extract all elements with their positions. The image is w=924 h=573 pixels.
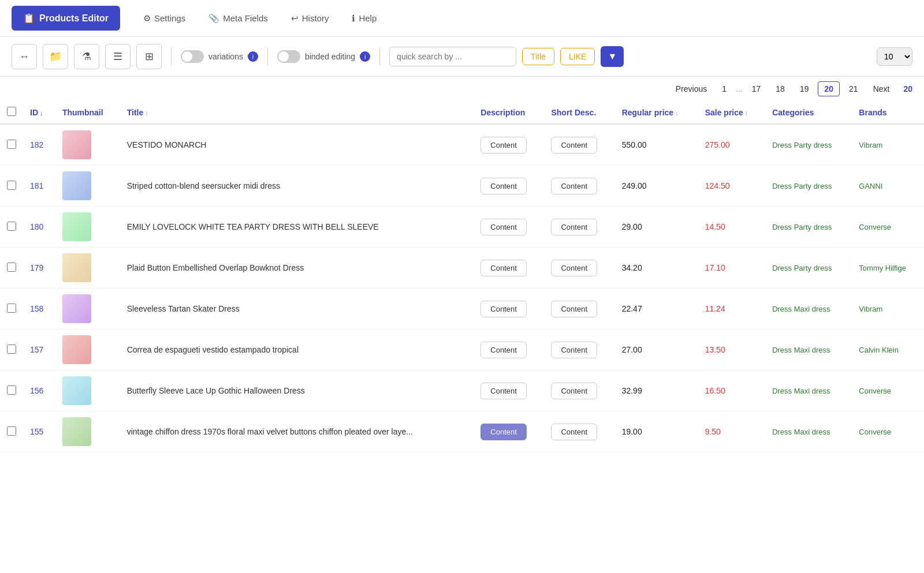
history-nav[interactable]: ↩ History (291, 13, 329, 24)
grid-button[interactable]: ⊞ (136, 44, 162, 69)
row-brand[interactable]: GANNI (852, 166, 924, 207)
row-title[interactable]: Plaid Button Embellished Overlap Bowknot… (120, 248, 474, 289)
select-all-header[interactable] (0, 101, 23, 124)
row-checkbox[interactable] (7, 385, 16, 395)
binded-editing-toggle[interactable] (277, 50, 300, 63)
help-nav[interactable]: ℹ Help (352, 13, 377, 24)
settings-nav[interactable]: ⚙ Settings (143, 13, 185, 24)
short-desc-content-button[interactable]: Content (551, 260, 597, 276)
row-checkbox[interactable] (7, 263, 16, 272)
col-sale-price[interactable]: Sale price (698, 101, 765, 124)
row-brand[interactable]: Vibram (852, 124, 924, 166)
row-id[interactable]: 181 (23, 166, 55, 207)
page-21[interactable]: 21 (843, 82, 864, 96)
variations-toggle[interactable] (181, 50, 204, 63)
row-checkbox[interactable] (7, 426, 16, 436)
row-title[interactable]: Correa de espagueti vestido estampado tr… (120, 329, 474, 370)
page-18[interactable]: 18 (770, 82, 791, 96)
col-regular-price[interactable]: Regular price (615, 101, 698, 124)
description-content-button[interactable]: Content (480, 178, 527, 194)
page-1[interactable]: 1 (716, 82, 732, 96)
row-short-desc[interactable]: Content (544, 329, 614, 370)
filter-icon-button[interactable]: ⚗ (74, 44, 99, 69)
col-title[interactable]: Title (120, 101, 474, 124)
previous-button[interactable]: Previous (670, 82, 713, 96)
row-id[interactable]: 155 (23, 411, 55, 452)
row-description[interactable]: Content (474, 207, 544, 248)
row-id[interactable]: 158 (23, 289, 55, 329)
page-20[interactable]: 20 (818, 81, 840, 96)
description-content-button[interactable]: Content (480, 260, 527, 276)
variations-info-badge[interactable]: i (248, 51, 258, 62)
row-checkbox-cell[interactable] (0, 124, 23, 166)
page-19[interactable]: 19 (794, 82, 815, 96)
row-title[interactable]: vintage chiffon dress 1970s floral maxi … (120, 411, 474, 452)
row-title[interactable]: Butterfly Sleeve Lace Up Gothic Hallowee… (120, 370, 474, 411)
search-type-button[interactable]: Title (522, 48, 554, 65)
row-checkbox-cell[interactable] (0, 289, 23, 329)
col-id[interactable]: ID (23, 101, 55, 124)
row-checkbox-cell[interactable] (0, 207, 23, 248)
row-description[interactable]: Content (474, 289, 544, 329)
row-brand[interactable]: Converse (852, 370, 924, 411)
row-brand[interactable]: Converse (852, 411, 924, 452)
row-id[interactable]: 180 (23, 207, 55, 248)
list-button[interactable]: ☰ (105, 44, 131, 69)
row-categories[interactable]: Dress Maxi dress (765, 411, 852, 452)
per-page-select[interactable]: 10 25 50 100 (877, 47, 912, 66)
row-brand[interactable]: Calvin Klein (852, 329, 924, 370)
row-checkbox[interactable] (7, 344, 16, 354)
short-desc-content-button[interactable]: Content (551, 301, 597, 317)
row-description[interactable]: Content (474, 370, 544, 411)
short-desc-content-button[interactable]: Content (551, 137, 597, 153)
row-checkbox[interactable] (7, 181, 16, 190)
short-desc-content-button[interactable]: Content (551, 424, 597, 440)
short-desc-content-button[interactable]: Content (551, 342, 597, 358)
binded-editing-info-badge[interactable]: i (360, 51, 370, 62)
row-brand[interactable]: Tommy Hilfige (852, 248, 924, 289)
description-content-button[interactable]: Content (480, 219, 527, 235)
row-categories[interactable]: Dress Maxi dress (765, 329, 852, 370)
row-id[interactable]: 179 (23, 248, 55, 289)
row-categories[interactable]: Dress Party dress (765, 124, 852, 166)
row-title[interactable]: VESTIDO MONARCH (120, 124, 474, 166)
row-categories[interactable]: Dress Maxi dress (765, 289, 852, 329)
row-title[interactable]: Striped cotton-blend seersucker midi dre… (120, 166, 474, 207)
row-categories[interactable]: Dress Party dress (765, 248, 852, 289)
row-description[interactable]: Content (474, 329, 544, 370)
row-categories[interactable]: Dress Party dress (765, 166, 852, 207)
brand-button[interactable]: 📋 Products Editor (12, 6, 120, 31)
row-checkbox[interactable] (7, 222, 16, 231)
row-checkbox-cell[interactable] (0, 248, 23, 289)
row-checkbox-cell[interactable] (0, 329, 23, 370)
search-input[interactable] (389, 47, 516, 66)
row-description[interactable]: Content (474, 166, 544, 207)
search-operator-button[interactable]: LIKE (560, 48, 595, 65)
folder-button[interactable]: 📁 (43, 44, 68, 69)
row-short-desc[interactable]: Content (544, 248, 614, 289)
row-short-desc[interactable]: Content (544, 207, 614, 248)
row-title[interactable]: Sleeveless Tartan Skater Dress (120, 289, 474, 329)
short-desc-content-button[interactable]: Content (551, 178, 597, 194)
meta-fields-nav[interactable]: 📎 Meta Fields (208, 13, 268, 24)
page-17[interactable]: 17 (746, 82, 767, 96)
row-brand[interactable]: Converse (852, 207, 924, 248)
description-content-button[interactable]: Content (480, 383, 527, 399)
row-short-desc[interactable]: Content (544, 411, 614, 452)
select-all-checkbox[interactable] (7, 107, 16, 116)
short-desc-content-button[interactable]: Content (551, 383, 597, 399)
swap-button[interactable]: ↔ (12, 44, 37, 69)
row-short-desc[interactable]: Content (544, 289, 614, 329)
description-content-button[interactable]: Content (480, 137, 527, 153)
row-brand[interactable]: Vibram (852, 289, 924, 329)
row-checkbox-cell[interactable] (0, 370, 23, 411)
short-desc-content-button[interactable]: Content (551, 219, 597, 235)
row-categories[interactable]: Dress Party dress (765, 207, 852, 248)
row-title[interactable]: EMILY LOVELOCK WHITE TEA PARTY DRESS WIT… (120, 207, 474, 248)
row-checkbox-cell[interactable] (0, 411, 23, 452)
row-description[interactable]: Content (474, 124, 544, 166)
filter-apply-button[interactable]: ▼ (601, 46, 624, 67)
row-description[interactable]: Content (474, 411, 544, 452)
row-short-desc[interactable]: Content (544, 166, 614, 207)
row-id[interactable]: 182 (23, 124, 55, 166)
